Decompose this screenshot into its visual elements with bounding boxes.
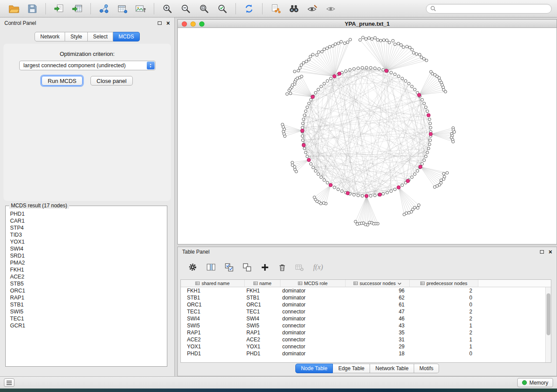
new-table-button[interactable] [114,2,131,16]
network-canvas[interactable] [178,28,557,244]
cell-name: STB1 [245,294,280,301]
cell-shared-name: ORC1 [181,301,245,308]
float-panel-icon[interactable] [540,250,544,254]
minimize-window-icon[interactable] [190,21,196,27]
result-node-item[interactable]: GCR1 [10,322,163,329]
table-row[interactable]: TEC1 TEC1 connector 47 2 [181,308,551,315]
zoom-fit-button[interactable] [195,2,213,16]
result-node-item[interactable]: STB5 [10,280,163,287]
zoom-in-button[interactable] [159,2,176,16]
tab-network[interactable]: Network [35,32,65,41]
export-image-button[interactable] [132,2,149,16]
float-panel-icon[interactable] [158,21,162,25]
close-panel-icon[interactable]: × [166,20,170,26]
tab-select[interactable]: Select [88,32,113,41]
search-icon [430,6,436,11]
result-node-item[interactable]: YOX1 [10,238,163,245]
share-document-button[interactable] [267,2,284,16]
criterion-dropdown-value: largest connected component (undirected) [24,62,126,69]
tab-mcds[interactable]: MCDS [113,32,139,41]
result-node-item[interactable]: STB1 [10,301,163,308]
table-row[interactable]: PHD1 PHD1 dominator 18 0 [181,350,551,357]
result-node-item[interactable]: PHD1 [10,210,163,217]
import-table-button[interactable] [69,2,86,16]
zoom-out-button[interactable] [177,2,194,16]
cell-predecessor-nodes: 1 [410,336,478,343]
cell-predecessor-nodes: 2 [410,329,478,336]
save-session-button[interactable] [24,2,41,16]
desktop-wallpaper-strip [0,389,557,392]
panel-menu-button[interactable] [4,378,14,387]
result-node-item[interactable]: CAR1 [10,217,163,224]
close-window-icon[interactable] [182,21,187,27]
cell-name: ACE2 [245,336,280,343]
chevron-down-icon[interactable] [398,281,401,286]
table-row[interactable]: ORC1 ORC1 dominator 61 0 [181,301,551,308]
deselect-all-button[interactable] [243,263,251,272]
tab-network-table[interactable]: Network Table [370,364,414,373]
cell-successor-nodes: 47 [346,308,410,315]
column-header[interactable]: shared name [181,280,245,287]
add-column-button[interactable] [261,263,269,272]
select-all-button[interactable] [225,263,233,272]
table-settings-button[interactable] [188,263,197,272]
result-node-item[interactable]: SWI4 [10,245,163,252]
result-node-item[interactable]: TEC1 [10,315,163,322]
delete-column-button[interactable] [279,263,286,272]
column-header-label: MCDS role [304,281,328,286]
table-row[interactable]: SWI5 SWI5 connector 43 1 [181,322,551,329]
tab-edge-table[interactable]: Edge Table [333,364,370,373]
result-node-item[interactable]: RAP1 [10,294,163,301]
tab-node-table[interactable]: Node Table [295,364,333,373]
run-mcds-button[interactable]: Run MCDS [42,76,83,86]
show-columns-button[interactable] [207,263,215,272]
result-node-item[interactable]: PMA2 [10,259,163,266]
hide-details-button[interactable] [304,2,321,16]
deselect-all-icon [243,263,251,272]
global-search[interactable] [426,4,552,14]
table-row[interactable]: RAP1 RAP1 dominator 35 2 [181,329,551,336]
result-node-item[interactable]: SWI5 [10,308,163,315]
open-session-button[interactable] [5,2,23,16]
table-row[interactable]: FKH1 FKH1 dominator 96 2 [181,287,551,294]
maximize-window-icon[interactable] [199,21,204,27]
toolbar-separator [262,3,263,14]
network-window: YPA_prune.txt_1 [177,19,557,244]
close-panel-icon[interactable]: × [549,249,552,255]
cell-successor-nodes: 62 [346,294,410,301]
column-header[interactable]: MCDS role [280,280,346,287]
column-header[interactable]: name [245,280,280,287]
criterion-dropdown[interactable]: largest connected component (undirected)… [19,61,156,70]
close-panel-button[interactable]: Close panel [90,76,133,86]
result-node-item[interactable]: SRD1 [10,252,163,259]
result-node-item[interactable]: TID3 [10,231,163,238]
cell-shared-name: SWI5 [181,322,245,329]
result-node-item[interactable]: ORC1 [10,287,163,294]
column-header[interactable]: successor nodes [346,280,410,287]
import-network-button[interactable] [50,2,68,16]
scrollbar-thumb[interactable] [547,293,550,335]
tab-style[interactable]: Style [65,32,88,41]
memory-button[interactable]: Memory [517,378,553,387]
network-title: YPA_prune.txt_1 [345,21,390,27]
table-row[interactable]: STB1 STB1 dominator 62 0 [181,294,551,301]
sort-table-icon [353,281,358,285]
show-details-button[interactable] [322,2,339,16]
search-input[interactable] [438,6,547,12]
find-button[interactable] [285,2,303,16]
table-scrollbar[interactable] [545,287,551,362]
table-row[interactable]: SWI4 SWI4 dominator 46 2 [181,315,551,322]
column-header[interactable]: predecessor nodes [410,280,478,287]
result-node-item[interactable]: STP4 [10,224,163,231]
result-node-item[interactable]: FKH1 [10,266,163,273]
tab-motifs[interactable]: Motifs [414,364,439,373]
new-network-button[interactable] [95,2,113,16]
fx-icon: f(x) [313,263,323,271]
table-row[interactable]: ACE2 ACE2 connector 31 1 [181,336,551,343]
table-row[interactable]: YOX1 YOX1 connector 29 1 [181,343,551,350]
result-node-item[interactable]: ACE2 [10,273,163,280]
network-titlebar[interactable]: YPA_prune.txt_1 [178,20,557,28]
table-header-row: shared name name [181,280,551,287]
zoom-selected-button[interactable] [214,2,231,16]
apply-layout-button[interactable] [240,2,258,16]
